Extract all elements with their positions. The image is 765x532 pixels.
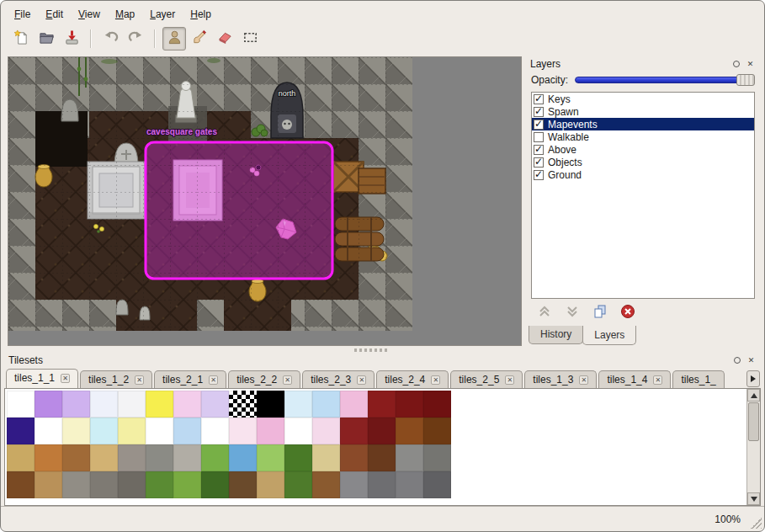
tileset-tile[interactable]	[90, 391, 118, 418]
close-tab-icon[interactable]: ✕	[505, 375, 514, 385]
tileset-tile[interactable]	[340, 391, 368, 418]
tileset-tab[interactable]: tiles_2_4✕	[376, 370, 449, 388]
tileset-image[interactable]	[7, 391, 451, 498]
tileset-tile[interactable]	[312, 418, 340, 444]
tileset-tile[interactable]	[257, 471, 284, 498]
rectangle-select-tool-button[interactable]	[238, 27, 262, 51]
close-tab-icon[interactable]: ✕	[653, 375, 662, 385]
close-tab-icon[interactable]: ✕	[431, 375, 440, 385]
tileset-tile[interactable]	[340, 471, 368, 498]
close-tab-icon[interactable]: ✕	[357, 375, 366, 385]
scroll-down-button[interactable]	[747, 492, 760, 505]
tab-layers[interactable]: Layers	[582, 326, 636, 345]
tileset-tile[interactable]	[118, 444, 146, 471]
menu-file[interactable]: File	[8, 7, 37, 22]
tileset-tab[interactable]: tiles_2_5✕	[450, 370, 523, 388]
tileset-tile[interactable]	[173, 444, 201, 471]
tileset-tile[interactable]	[201, 444, 229, 471]
layer-visibility-checkbox[interactable]: ✓	[534, 94, 544, 104]
tileset-tile[interactable]	[35, 391, 62, 418]
float-dock-button[interactable]	[731, 355, 742, 366]
tileset-tab[interactable]: tiles_1_	[672, 370, 724, 388]
layer-row-above[interactable]: ✓ Above	[532, 143, 754, 156]
tileset-tile[interactable]	[257, 444, 284, 471]
menu-help[interactable]: Help	[183, 7, 218, 22]
tileset-vertical-scrollbar[interactable]	[746, 389, 760, 505]
layer-row-walkable[interactable]: ✓ Walkable	[532, 130, 754, 143]
tileset-tile[interactable]	[423, 444, 451, 471]
tileset-tile[interactable]	[423, 391, 451, 418]
layer-row-spawn[interactable]: ✓ Spawn	[532, 105, 754, 118]
menu-view[interactable]: View	[72, 7, 107, 22]
tileset-tile[interactable]	[284, 444, 312, 471]
layer-row-mapevents[interactable]: ✓ Mapevents	[532, 118, 754, 130]
tab-history[interactable]: History	[529, 326, 583, 344]
tileset-tab[interactable]: tiles_1_3✕	[524, 370, 597, 388]
tileset-tile[interactable]	[396, 444, 423, 471]
tileset-tile[interactable]	[312, 471, 340, 498]
tileset-tile[interactable]	[368, 471, 396, 498]
tileset-tile[interactable]	[396, 418, 423, 444]
new-button[interactable]	[9, 27, 33, 51]
close-tab-icon[interactable]: ✕	[61, 374, 70, 383]
tileset-tile[interactable]	[146, 444, 173, 471]
tileset-tile[interactable]	[312, 391, 340, 418]
tileset-tile[interactable]	[284, 471, 312, 498]
close-tab-icon[interactable]: ✕	[135, 375, 144, 385]
tileset-tile[interactable]	[396, 391, 423, 418]
layer-visibility-checkbox[interactable]: ✓	[534, 170, 544, 180]
redo-button[interactable]	[124, 27, 147, 51]
delete-layer-button[interactable]	[619, 304, 636, 321]
close-tab-icon[interactable]: ✕	[283, 375, 292, 385]
raise-layer-button[interactable]	[536, 304, 553, 321]
tileset-tab[interactable]: tiles_2_2✕	[228, 370, 300, 388]
tileset-tile[interactable]	[146, 471, 173, 498]
tileset-tile[interactable]	[62, 418, 90, 444]
layer-row-ground[interactable]: ✓ Ground	[532, 168, 754, 181]
float-dock-button[interactable]	[730, 59, 741, 70]
tileset-tile[interactable]	[340, 418, 368, 444]
tileset-tile[interactable]	[257, 418, 284, 444]
close-dock-button[interactable]: ✕	[746, 355, 757, 366]
layer-row-objects[interactable]: ✓ Objects	[532, 156, 754, 168]
layer-visibility-checkbox[interactable]: ✓	[534, 157, 544, 168]
tileset-tile[interactable]	[35, 418, 62, 444]
scroll-tabs-right-button[interactable]	[746, 370, 760, 387]
menu-layer[interactable]: Layer	[143, 7, 182, 22]
tileset-tile[interactable]	[368, 444, 396, 471]
tileset-tile[interactable]	[201, 391, 229, 418]
layer-row-keys[interactable]: ✓ Keys	[532, 93, 754, 105]
tileset-tile[interactable]	[62, 471, 90, 498]
duplicate-layer-button[interactable]	[592, 304, 608, 321]
tileset-tile[interactable]	[201, 418, 229, 444]
tileset-tile[interactable]	[146, 391, 173, 418]
lower-layer-button[interactable]	[564, 304, 581, 321]
layer-visibility-checkbox[interactable]: ✓	[534, 145, 544, 155]
tileset-tab[interactable]: tiles_1_1✕	[6, 369, 78, 388]
tileset-tile[interactable]	[118, 391, 146, 418]
eraser-tool-button[interactable]	[213, 27, 236, 51]
scrollbar-thumb[interactable]	[748, 402, 759, 441]
tileset-tile[interactable]	[423, 418, 451, 444]
tileset-tile[interactable]	[62, 391, 90, 418]
tileset-tile[interactable]	[340, 444, 368, 471]
tileset-tile[interactable]	[90, 444, 118, 471]
tileset-tile[interactable]	[90, 418, 118, 444]
tileset-tile[interactable]	[229, 418, 257, 444]
menu-edit[interactable]: Edit	[39, 7, 70, 22]
tileset-tile[interactable]	[368, 418, 396, 444]
tileset-tile[interactable]	[173, 391, 201, 418]
tileset-tile[interactable]	[7, 418, 35, 444]
tileset-tile[interactable]	[62, 444, 90, 471]
tileset-tile[interactable]	[284, 418, 312, 444]
tileset-tile[interactable]	[423, 471, 451, 498]
tileset-tile[interactable]	[396, 471, 423, 498]
save-button[interactable]	[60, 27, 83, 51]
tileset-tile[interactable]	[90, 471, 118, 498]
layer-visibility-checkbox[interactable]: ✓	[534, 132, 544, 142]
tileset-tile[interactable]	[173, 418, 201, 444]
tileset-tile[interactable]	[35, 471, 62, 498]
opacity-slider-handle[interactable]	[736, 74, 755, 86]
open-button[interactable]	[35, 27, 58, 51]
tileset-tile[interactable]	[257, 391, 284, 418]
